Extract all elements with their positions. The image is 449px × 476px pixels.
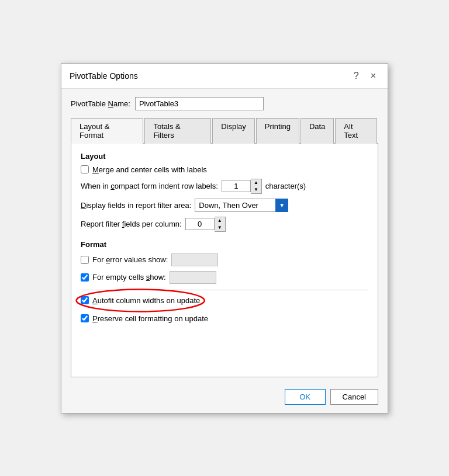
ok-button[interactable]: OK [285,389,326,405]
display-fields-row: Display fields in report filter area: Do… [81,199,368,212]
tab-display[interactable]: Display [212,118,255,144]
format-section: Format For error values show: For empty … [81,240,368,323]
autofit-label: Autofit column widths on update [92,296,200,305]
compact-indent-up[interactable]: ▲ [251,179,261,186]
report-filter-input[interactable] [185,218,215,230]
tab-alt-text[interactable]: Alt Text [335,118,377,144]
merge-cells-row: Merge and center cells with labels [81,165,368,174]
cancel-button[interactable]: Cancel [330,389,378,405]
tab-data[interactable]: Data [301,118,334,144]
title-bar-controls: ? × [350,70,379,82]
autofit-row: Autofit column widths on update [81,296,200,305]
compact-indent-input[interactable] [222,180,251,192]
pivottable-name-label: PivotTable Name: [71,99,130,108]
compact-indent-buttons: ▲ ▼ [251,179,262,194]
pivottable-options-dialog: PivotTable Options ? × PivotTable Name: … [61,63,388,414]
report-filter-spinner: ▲ ▼ [185,217,226,232]
empty-cells-label: For empty cells show: [92,273,166,282]
compact-indent-down[interactable]: ▼ [251,186,261,193]
dialog-title: PivotTable Options [70,71,138,81]
merge-cells-label: Merge and center cells with labels [92,165,207,174]
tab-layout-format[interactable]: Layout & Format [71,118,143,144]
merge-cells-checkbox[interactable] [81,165,89,173]
empty-cells-row: For empty cells show: [81,271,368,284]
title-bar: PivotTable Options ? × [61,64,388,89]
display-fields-dropdown-wrapper: Down, Then Over Over, Then Down ▼ [195,199,288,212]
preserve-formatting-checkbox[interactable] [81,314,89,322]
report-filter-down[interactable]: ▼ [215,224,225,231]
help-button[interactable]: ? [350,70,362,82]
error-values-checkbox[interactable] [81,256,89,264]
empty-cells-checkbox[interactable] [81,273,89,282]
report-filter-label: Report filter fields per column: [81,220,182,228]
close-button[interactable]: × [367,70,379,82]
empty-cells-input[interactable] [170,271,216,284]
compact-indent-row: When in compact form indent row labels: … [81,179,368,194]
compact-indent-spinner: ▲ ▼ [222,179,262,194]
tab-printing[interactable]: Printing [256,118,299,144]
dialog-body: PivotTable Name: Layout & Format Totals … [61,89,388,383]
compact-indent-label: When in compact form indent row labels: [81,182,218,190]
dialog-footer: OK Cancel [61,383,388,413]
report-filter-row: Report filter fields per column: ▲ ▼ [81,217,368,232]
report-filter-buttons: ▲ ▼ [215,217,226,232]
format-section-title: Format [81,240,368,249]
error-values-input[interactable] [171,253,218,266]
error-values-label: For error values show: [92,255,168,264]
layout-section-title: Layout [81,152,368,161]
compact-indent-unit: character(s) [265,182,306,190]
preserve-formatting-label: Preserve cell formatting on update [92,314,208,323]
tab-content: Layout Merge and center cells with label… [71,144,378,377]
display-fields-label: Display fields in report filter area: [81,201,191,210]
tab-totals-filters[interactable]: Totals & Filters [144,118,211,144]
autofit-checkbox[interactable] [81,296,89,304]
error-values-row: For error values show: [81,253,368,266]
format-divider [81,290,368,290]
layout-section: Layout Merge and center cells with label… [81,152,368,232]
display-fields-select[interactable]: Down, Then Over Over, Then Down [195,199,288,212]
pivottable-name-input[interactable] [135,97,264,110]
preserve-formatting-row: Preserve cell formatting on update [81,314,368,323]
tab-bar: Layout & Format Totals & Filters Display… [71,117,378,144]
name-row: PivotTable Name: [71,97,378,110]
report-filter-up[interactable]: ▲ [215,217,225,224]
